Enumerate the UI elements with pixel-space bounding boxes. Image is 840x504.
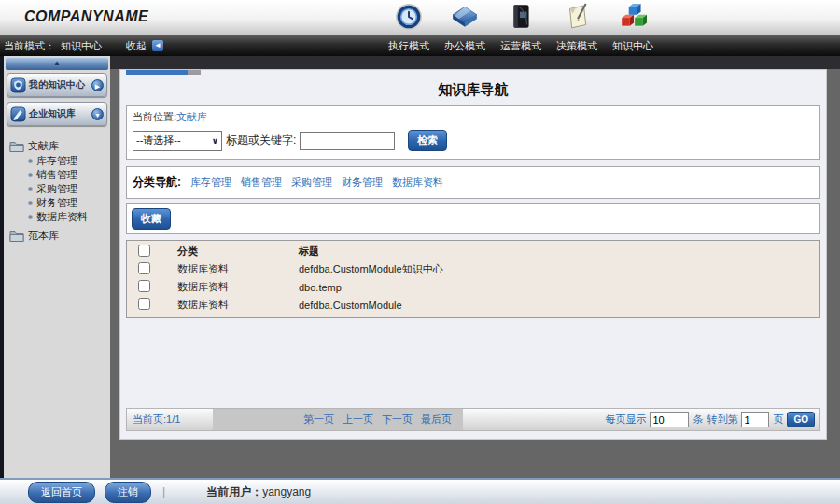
tree-node-label: 文献库 [28,139,59,153]
cell-title[interactable]: defdba.CustomModule知识中心 [299,262,819,276]
category-nav-label: 分类导航: [133,175,181,190]
shield-icon [10,77,26,93]
tree-leaf-finance[interactable]: 财务管理 [28,196,108,210]
row-checkbox[interactable] [138,280,150,292]
category-select-value: --请选择-- [136,133,212,147]
cell-title[interactable]: defdba.CustomModule [299,300,819,311]
tree-leaf-label: 采购管理 [36,182,77,196]
last-page-link[interactable]: 最后页 [421,413,452,427]
current-user-label: 当前用户： [206,485,262,498]
mode-link-knowledge[interactable]: 知识中心 [605,35,661,56]
tree-node-template-library[interactable]: 范本库 [9,228,108,244]
company-logo: COMPANYNAME [24,8,148,25]
mode-link-office[interactable]: 办公模式 [437,35,493,56]
cell-title[interactable]: dbo.temp [299,282,819,293]
breadcrumb-label: 当前位置: [133,111,176,122]
search-box: 当前位置:文献库 --请选择-- ∨ 标题或关键字: 检索 [126,105,820,160]
category-link-database[interactable]: 数据库资料 [392,175,443,189]
diamond-icon[interactable] [437,3,493,31]
favorite-box: 收藏 [126,203,820,234]
category-link-inventory[interactable]: 库存管理 [190,175,231,189]
tree-leaf-label: 财务管理 [36,196,77,210]
note-pen-icon[interactable] [549,3,605,31]
cubes-icon[interactable] [605,3,661,31]
row-checkbox[interactable] [138,298,150,310]
content-panel: 知识库导航 当前位置:文献库 --请选择-- ∨ 标题或关键字: 检索 [119,69,827,440]
collapse-link[interactable]: 收起 [126,39,147,53]
page-label: 页 [773,413,783,427]
table-row: 数据库资料 defdba.CustomModule [127,296,819,314]
tree-leaf-database[interactable]: 数据库资料 [28,210,108,224]
select-all-checkbox[interactable] [138,245,150,257]
sidebar-btn-label: 我的知识中心 [26,78,91,91]
first-page-link[interactable]: 第一页 [303,413,334,427]
pagination-links: 第一页 上一页 下一页 最后页 [213,409,463,430]
expand-down-icon[interactable]: ▼ [91,108,104,120]
top-dark-strip [110,56,840,69]
module-icon-strip [381,3,661,31]
favorite-button[interactable]: 收藏 [132,208,171,230]
mode-links: 执行模式 办公模式 运营模式 决策模式 知识中心 [381,35,661,56]
goto-label: 转到第 [707,413,737,427]
tree-node-document-library[interactable]: 文献库 [9,138,108,154]
category-link-sales[interactable]: 销售管理 [241,175,282,189]
breadcrumb-link[interactable]: 文献库 [176,111,207,122]
table-row: 数据库资料 defdba.CustomModule知识中心 [127,260,819,278]
category-link-purchase[interactable]: 采购管理 [291,175,332,189]
col-header-title: 标题 [299,245,819,259]
footer-divider: | [162,485,165,498]
go-button[interactable]: GO [787,412,815,427]
loading-bar [126,70,820,75]
mode-link-execute[interactable]: 执行模式 [381,35,437,56]
goto-page-input[interactable] [741,412,769,427]
pen-icon [10,106,26,122]
bullet-icon [28,201,33,205]
table-header-row: 分类 标题 [127,243,819,260]
category-link-finance[interactable]: 财务管理 [342,175,383,189]
tree-leaf-label: 数据库资料 [36,210,88,224]
keyword-input[interactable] [300,132,395,150]
home-button[interactable]: 返回首页 [28,482,95,503]
empty-space [126,318,820,408]
next-page-link[interactable]: 下一页 [382,413,413,427]
current-mode-value: 知识中心 [61,39,102,53]
current-user: 当前用户：yangyang [206,484,311,500]
chevron-down-icon: ∨ [212,136,218,146]
per-page-input[interactable] [650,412,689,427]
page-title: 知识库导航 [126,78,820,105]
footer-bar: 返回首页 注销 | 当前用户：yangyang [0,478,840,504]
tree-leaf-sales[interactable]: 销售管理 [28,168,108,182]
sidebar-collapse-bar[interactable]: ▲ [6,58,108,70]
sidebar: ▲ 我的知识中心 ▶ 企业知识库 ▼ [0,56,110,478]
pagination-bar: 当前页:1/1 第一页 上一页 下一页 最后页 每页显示 条 转到第 页 GO [126,408,820,431]
tree-leaf-purchase[interactable]: 采购管理 [28,182,108,196]
results-table: 分类 标题 数据库资料 defdba.CustomModule知识中心 数据库资… [126,240,820,318]
expand-right-icon[interactable]: ▶ [91,79,104,91]
bullet-icon [28,173,33,177]
sidebar-tree: 文献库 库存管理 销售管理 采购管理 财务管理 [4,131,110,244]
table-row: 数据库资料 dbo.temp [127,278,819,296]
category-select[interactable]: --请选择-- ∨ [133,131,222,151]
logout-button[interactable]: 注销 [105,482,151,503]
cell-category: 数据库资料 [177,280,299,294]
tree-leaf-label: 销售管理 [36,168,77,182]
mode-link-decision[interactable]: 决策模式 [549,35,605,56]
prev-page-link[interactable]: 上一页 [343,413,373,427]
clock-icon[interactable] [381,3,437,31]
search-button[interactable]: 检索 [408,130,447,151]
tree-node-label: 范本库 [28,229,59,243]
tree-leaf-inventory[interactable]: 库存管理 [28,154,108,168]
category-nav-box: 分类导航: 库存管理 销售管理 采购管理 财务管理 数据库资料 [126,166,820,199]
bullet-icon [28,159,33,163]
breadcrumb: 当前位置:文献库 [133,110,814,124]
tree-leaf-label: 库存管理 [36,154,77,168]
mode-link-operation[interactable]: 运营模式 [493,35,549,56]
collapse-arrow-icon[interactable]: ◄ [152,40,163,51]
binder-icon[interactable] [493,3,549,31]
sidebar-btn-enterprise-knowledge[interactable]: 企业知识库 ▼ [7,102,107,126]
sidebar-btn-my-knowledge[interactable]: 我的知识中心 ▶ [7,73,107,97]
row-checkbox[interactable] [138,262,150,274]
current-mode-label: 当前模式： [4,39,55,53]
app-header: COMPANYNAME [0,0,840,35]
per-page-label: 每页显示 [605,413,646,427]
